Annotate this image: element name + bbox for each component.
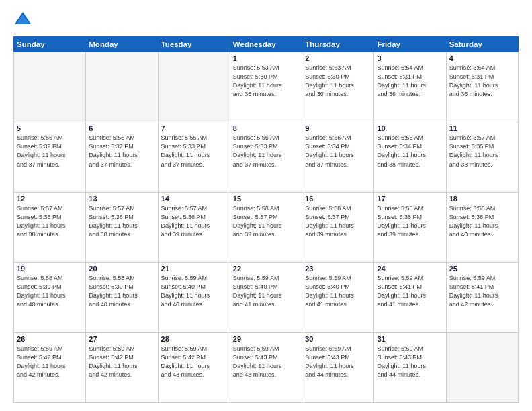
day-number: 21 xyxy=(161,265,227,273)
calendar-cell: 19Sunrise: 5:58 AM Sunset: 5:39 PM Dayli… xyxy=(14,263,86,332)
day-info: Sunrise: 5:56 AM Sunset: 5:34 PM Dayligh… xyxy=(305,134,371,169)
calendar-cell: 30Sunrise: 5:59 AM Sunset: 5:43 PM Dayli… xyxy=(302,332,374,402)
calendar-cell: 31Sunrise: 5:59 AM Sunset: 5:43 PM Dayli… xyxy=(374,332,446,402)
calendar-cell: 8Sunrise: 5:56 AM Sunset: 5:33 PM Daylig… xyxy=(230,122,302,192)
day-number: 25 xyxy=(449,265,515,273)
day-info: Sunrise: 5:59 AM Sunset: 5:40 PM Dayligh… xyxy=(161,274,227,309)
calendar-week-1: 1Sunrise: 5:53 AM Sunset: 5:30 PM Daylig… xyxy=(14,52,519,122)
day-info: Sunrise: 5:59 AM Sunset: 5:43 PM Dayligh… xyxy=(377,345,443,379)
day-number: 2 xyxy=(305,54,371,62)
calendar-cell: 24Sunrise: 5:59 AM Sunset: 5:41 PM Dayli… xyxy=(374,263,446,332)
calendar-cell: 20Sunrise: 5:58 AM Sunset: 5:39 PM Dayli… xyxy=(86,263,158,332)
day-number: 4 xyxy=(449,54,515,62)
day-number: 16 xyxy=(305,195,371,203)
day-info: Sunrise: 5:58 AM Sunset: 5:39 PM Dayligh… xyxy=(89,274,154,309)
calendar-cell: 28Sunrise: 5:59 AM Sunset: 5:42 PM Dayli… xyxy=(158,332,230,402)
day-number: 23 xyxy=(305,265,371,273)
calendar-cell: 2Sunrise: 5:53 AM Sunset: 5:30 PM Daylig… xyxy=(302,52,374,122)
calendar-cell: 21Sunrise: 5:59 AM Sunset: 5:40 PM Dayli… xyxy=(158,263,230,332)
day-info: Sunrise: 5:58 AM Sunset: 5:39 PM Dayligh… xyxy=(17,274,83,309)
day-number: 5 xyxy=(17,124,83,132)
day-number: 15 xyxy=(233,195,299,203)
day-number: 13 xyxy=(89,195,154,203)
calendar-cell: 1Sunrise: 5:53 AM Sunset: 5:30 PM Daylig… xyxy=(230,52,302,122)
day-info: Sunrise: 5:57 AM Sunset: 5:36 PM Dayligh… xyxy=(161,204,227,239)
day-number: 8 xyxy=(233,124,299,132)
calendar-week-5: 26Sunrise: 5:59 AM Sunset: 5:42 PM Dayli… xyxy=(14,332,519,402)
weekday-header-tuesday: Tuesday xyxy=(158,37,230,52)
day-number: 12 xyxy=(17,195,83,203)
day-number: 17 xyxy=(377,195,443,203)
calendar-cell: 4Sunrise: 5:54 AM Sunset: 5:31 PM Daylig… xyxy=(446,52,518,122)
day-number: 27 xyxy=(89,335,154,343)
weekday-header-monday: Monday xyxy=(86,37,158,52)
day-info: Sunrise: 5:55 AM Sunset: 5:32 PM Dayligh… xyxy=(89,134,154,169)
day-info: Sunrise: 5:59 AM Sunset: 5:41 PM Dayligh… xyxy=(377,274,443,309)
day-number: 14 xyxy=(161,195,227,203)
day-number: 28 xyxy=(161,335,227,343)
logo xyxy=(13,11,35,30)
day-number: 1 xyxy=(233,54,299,62)
day-info: Sunrise: 5:59 AM Sunset: 5:40 PM Dayligh… xyxy=(305,274,371,309)
day-info: Sunrise: 5:58 AM Sunset: 5:38 PM Dayligh… xyxy=(377,204,443,239)
calendar-table: SundayMondayTuesdayWednesdayThursdayFrid… xyxy=(13,36,519,403)
calendar-cell: 13Sunrise: 5:57 AM Sunset: 5:36 PM Dayli… xyxy=(86,192,158,262)
logo-icon xyxy=(13,11,32,30)
day-info: Sunrise: 5:59 AM Sunset: 5:40 PM Dayligh… xyxy=(233,274,299,309)
calendar-cell: 29Sunrise: 5:59 AM Sunset: 5:43 PM Dayli… xyxy=(230,332,302,402)
calendar-cell: 26Sunrise: 5:59 AM Sunset: 5:42 PM Dayli… xyxy=(14,332,86,402)
day-info: Sunrise: 5:59 AM Sunset: 5:42 PM Dayligh… xyxy=(161,345,227,379)
day-number: 18 xyxy=(449,195,515,203)
calendar-week-4: 19Sunrise: 5:58 AM Sunset: 5:39 PM Dayli… xyxy=(14,263,519,332)
weekday-header-thursday: Thursday xyxy=(302,37,374,52)
calendar-cell: 12Sunrise: 5:57 AM Sunset: 5:35 PM Dayli… xyxy=(14,192,86,262)
weekday-header-row: SundayMondayTuesdayWednesdayThursdayFrid… xyxy=(14,37,519,52)
weekday-header-saturday: Saturday xyxy=(446,37,518,52)
calendar-cell: 15Sunrise: 5:58 AM Sunset: 5:37 PM Dayli… xyxy=(230,192,302,262)
day-info: Sunrise: 5:57 AM Sunset: 5:35 PM Dayligh… xyxy=(449,134,515,169)
day-number: 11 xyxy=(449,124,515,132)
day-info: Sunrise: 5:58 AM Sunset: 5:37 PM Dayligh… xyxy=(305,204,371,239)
day-number: 26 xyxy=(17,335,83,343)
calendar-cell: 22Sunrise: 5:59 AM Sunset: 5:40 PM Dayli… xyxy=(230,263,302,332)
calendar-cell: 18Sunrise: 5:58 AM Sunset: 5:38 PM Dayli… xyxy=(446,192,518,262)
calendar-cell: 17Sunrise: 5:58 AM Sunset: 5:38 PM Dayli… xyxy=(374,192,446,262)
calendar-cell: 27Sunrise: 5:59 AM Sunset: 5:42 PM Dayli… xyxy=(86,332,158,402)
weekday-header-wednesday: Wednesday xyxy=(230,37,302,52)
day-info: Sunrise: 5:58 AM Sunset: 5:38 PM Dayligh… xyxy=(449,204,515,239)
calendar-cell: 9Sunrise: 5:56 AM Sunset: 5:34 PM Daylig… xyxy=(302,122,374,192)
calendar-cell: 25Sunrise: 5:59 AM Sunset: 5:41 PM Dayli… xyxy=(446,263,518,332)
day-info: Sunrise: 5:59 AM Sunset: 5:41 PM Dayligh… xyxy=(449,274,515,309)
day-number: 31 xyxy=(377,335,443,343)
day-number: 29 xyxy=(233,335,299,343)
calendar-cell xyxy=(446,332,518,402)
day-info: Sunrise: 5:55 AM Sunset: 5:33 PM Dayligh… xyxy=(161,134,227,169)
day-info: Sunrise: 5:57 AM Sunset: 5:36 PM Dayligh… xyxy=(89,204,154,239)
day-info: Sunrise: 5:55 AM Sunset: 5:32 PM Dayligh… xyxy=(17,134,83,169)
calendar-cell: 10Sunrise: 5:56 AM Sunset: 5:34 PM Dayli… xyxy=(374,122,446,192)
day-info: Sunrise: 5:59 AM Sunset: 5:42 PM Dayligh… xyxy=(89,345,154,379)
calendar-cell: 14Sunrise: 5:57 AM Sunset: 5:36 PM Dayli… xyxy=(158,192,230,262)
calendar-cell: 16Sunrise: 5:58 AM Sunset: 5:37 PM Dayli… xyxy=(302,192,374,262)
calendar-week-2: 5Sunrise: 5:55 AM Sunset: 5:32 PM Daylig… xyxy=(14,122,519,192)
header xyxy=(13,11,519,30)
calendar-cell: 7Sunrise: 5:55 AM Sunset: 5:33 PM Daylig… xyxy=(158,122,230,192)
calendar-cell: 6Sunrise: 5:55 AM Sunset: 5:32 PM Daylig… xyxy=(86,122,158,192)
calendar-cell: 5Sunrise: 5:55 AM Sunset: 5:32 PM Daylig… xyxy=(14,122,86,192)
day-info: Sunrise: 5:54 AM Sunset: 5:31 PM Dayligh… xyxy=(377,64,443,99)
day-info: Sunrise: 5:53 AM Sunset: 5:30 PM Dayligh… xyxy=(233,64,299,99)
calendar-cell xyxy=(158,52,230,122)
day-info: Sunrise: 5:57 AM Sunset: 5:35 PM Dayligh… xyxy=(17,204,83,239)
day-info: Sunrise: 5:59 AM Sunset: 5:43 PM Dayligh… xyxy=(305,345,371,379)
page: SundayMondayTuesdayWednesdayThursdayFrid… xyxy=(0,0,532,411)
day-info: Sunrise: 5:56 AM Sunset: 5:34 PM Dayligh… xyxy=(377,134,443,169)
calendar-cell xyxy=(86,52,158,122)
calendar-cell: 11Sunrise: 5:57 AM Sunset: 5:35 PM Dayli… xyxy=(446,122,518,192)
day-number: 10 xyxy=(377,124,443,132)
day-info: Sunrise: 5:59 AM Sunset: 5:42 PM Dayligh… xyxy=(17,345,83,379)
day-number: 9 xyxy=(305,124,371,132)
day-info: Sunrise: 5:59 AM Sunset: 5:43 PM Dayligh… xyxy=(233,345,299,379)
calendar-cell: 3Sunrise: 5:54 AM Sunset: 5:31 PM Daylig… xyxy=(374,52,446,122)
day-number: 6 xyxy=(89,124,154,132)
day-info: Sunrise: 5:54 AM Sunset: 5:31 PM Dayligh… xyxy=(449,64,515,99)
